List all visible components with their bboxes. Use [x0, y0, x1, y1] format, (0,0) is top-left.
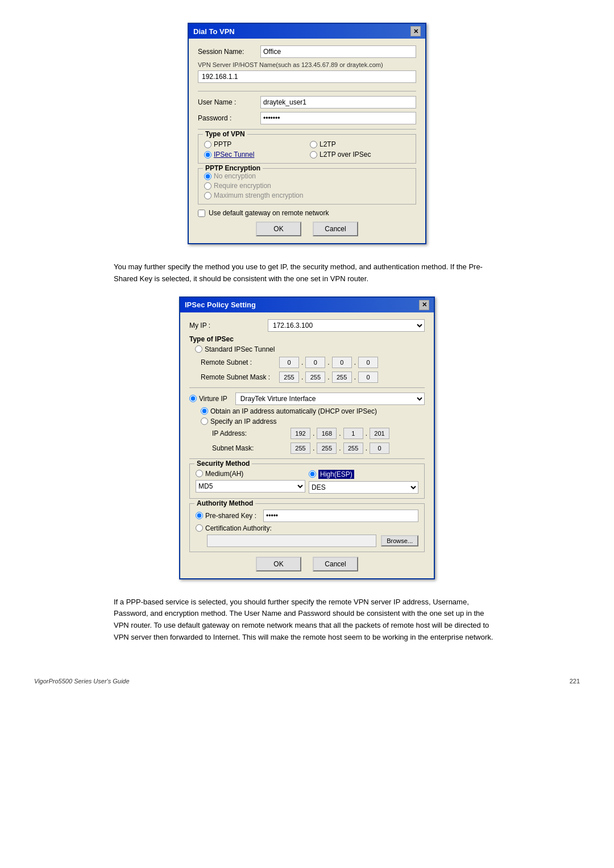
remote-mask-seg4[interactable]	[358, 372, 378, 383]
virture-ip-select[interactable]: DrayTek Virture Interface	[235, 393, 425, 405]
pre-shared-key-radio[interactable]	[196, 512, 203, 519]
subnet-seg3[interactable]	[343, 443, 363, 454]
obtain-auto-radio[interactable]	[201, 407, 208, 415]
password-input[interactable]	[260, 112, 416, 124]
security-method-title: Security Method	[194, 460, 252, 468]
pre-shared-key-option[interactable]: Pre-shared Key :	[196, 510, 418, 522]
standard-ipsec-radio[interactable]	[195, 345, 202, 353]
pptp-encryption-title: PPTP Encryption	[203, 164, 263, 172]
security-method-options: Medium(AH) MD5 High(ESP) DES	[196, 470, 418, 494]
subnet-mask-row: Subnet Mask: . . .	[212, 443, 425, 454]
pre-shared-key-input[interactable]	[263, 510, 418, 522]
pptp-radio[interactable]	[204, 141, 211, 148]
session-name-row: Session Name:	[198, 45, 416, 58]
high-esp-label: High(ESP)	[318, 470, 354, 479]
dial-vpn-ok-button[interactable]: OK	[256, 222, 301, 236]
specify-ip-radio[interactable]	[201, 418, 208, 425]
remote-subnet-mask-label: Remote Subnet Mask :	[201, 373, 275, 381]
cert-auth-browse-row: Browse...	[207, 535, 418, 547]
ip-addr-seg2[interactable]	[317, 428, 337, 439]
standard-ipsec-label: Standard IPSec Tunnel	[205, 345, 275, 353]
default-gateway-checkbox[interactable]	[198, 210, 205, 217]
high-esp-algorithm-select[interactable]: DES	[309, 481, 418, 494]
close-icon[interactable]: ✕	[410, 26, 421, 36]
ipsec-ok-button[interactable]: OK	[256, 557, 301, 571]
ip-addr-seg3[interactable]	[343, 428, 363, 439]
vpn-hint: VPN Server IP/HOST Name(such as 123.45.6…	[198, 61, 416, 68]
remote-subnet-mask-row: Remote Subnet Mask : . . .	[201, 372, 425, 383]
max-encryption-option[interactable]: Maximum strength encryption	[204, 191, 410, 199]
session-name-input[interactable]	[260, 45, 416, 58]
no-encryption-option[interactable]: No encryption	[204, 172, 410, 180]
remote-subnet-inputs: . . .	[279, 357, 378, 368]
footer: VigorPro5500 Series User's Guide 221	[34, 678, 580, 685]
remote-subnet-mask-inputs: . . .	[279, 372, 378, 383]
medium-ah-label: Medium(AH)	[205, 470, 243, 478]
password-row: Password :	[198, 112, 416, 124]
default-gateway-row[interactable]: Use default gateway on remote network	[198, 209, 416, 217]
ipsec-tunnel-radio[interactable]	[204, 151, 211, 158]
dial-vpn-cancel-button[interactable]: Cancel	[313, 222, 358, 236]
medium-ah-option[interactable]: Medium(AH)	[196, 470, 305, 478]
browse-button[interactable]: Browse...	[381, 535, 418, 546]
l2tp-over-ipsec-option[interactable]: L2TP over IPSec	[310, 151, 410, 158]
ip-addr-seg4[interactable]	[370, 428, 389, 439]
specify-ip-label: Specify an IP address	[210, 418, 277, 425]
subnet-mask-inputs: . . .	[291, 443, 389, 454]
pptp-encryption-group: PPTP Encryption No encryption Require en…	[198, 168, 416, 205]
remote-mask-seg1[interactable]	[279, 372, 299, 383]
remote-subnet-seg3[interactable]	[332, 357, 352, 368]
medium-ah-radio[interactable]	[196, 470, 203, 477]
pptp-label: PPTP	[214, 140, 231, 148]
standard-ipsec-option[interactable]: Standard IPSec Tunnel	[195, 345, 425, 353]
obtain-auto-label: Obtain an IP address automatically (DHCP…	[210, 407, 377, 415]
ipsec-cancel-button[interactable]: Cancel	[313, 557, 358, 571]
require-encryption-radio[interactable]	[204, 182, 211, 190]
ip-address-inputs: . . .	[291, 428, 389, 439]
vpn-type-title: Type of VPN	[203, 130, 247, 138]
username-input[interactable]	[260, 96, 416, 108]
ipsec-tunnel-option[interactable]: IPSec Tunnel	[204, 151, 304, 158]
footer-right: 221	[570, 678, 580, 685]
subnet-seg4[interactable]	[370, 443, 389, 454]
pptp-option[interactable]: PPTP	[204, 140, 304, 148]
no-encryption-radio[interactable]	[204, 173, 211, 180]
remote-mask-seg3[interactable]	[332, 372, 352, 383]
high-esp-radio[interactable]	[309, 470, 316, 478]
l2tp-over-ipsec-radio[interactable]	[310, 151, 317, 158]
paragraph-2: If a PPP-based service is selected, you …	[114, 596, 500, 644]
pre-shared-key-label: Pre-shared Key :	[205, 512, 256, 520]
ipsec-policy-content: My IP : 172.16.3.100 Type of IPSec Stand…	[180, 312, 434, 578]
l2tp-label: L2TP	[320, 140, 336, 148]
my-ip-label: My IP :	[189, 322, 263, 329]
medium-ah-algorithm-select[interactable]: MD5	[196, 480, 305, 493]
ip-address-label: IP Address:	[212, 429, 286, 437]
remote-subnet-seg1[interactable]	[279, 357, 299, 368]
subnet-seg1[interactable]	[291, 443, 310, 454]
vpn-server-ip-input[interactable]	[198, 70, 416, 83]
close-icon[interactable]: ✕	[419, 300, 429, 310]
remote-subnet-row: Remote Subnet : . . .	[201, 357, 425, 368]
cert-auth-input[interactable]	[207, 535, 376, 547]
paragraph-1: You may further specify the method you u…	[114, 261, 500, 285]
max-encryption-radio[interactable]	[204, 192, 211, 199]
l2tp-radio[interactable]	[310, 141, 317, 148]
type-of-ipsec-label: Type of IPSec	[189, 335, 425, 343]
high-esp-option[interactable]: High(ESP)	[309, 470, 418, 479]
virture-ip-option[interactable]: Virture IP DrayTek Virture Interface	[189, 393, 425, 405]
subnet-seg2[interactable]	[317, 443, 337, 454]
remote-mask-seg2[interactable]	[305, 372, 325, 383]
remote-subnet-seg4[interactable]	[358, 357, 378, 368]
l2tp-option[interactable]: L2TP	[310, 140, 410, 148]
remote-subnet-seg2[interactable]	[305, 357, 325, 368]
cert-auth-radio[interactable]	[196, 524, 203, 532]
obtain-auto-option[interactable]: Obtain an IP address automatically (DHCP…	[201, 407, 425, 415]
cert-auth-option[interactable]: Certification Authority:	[196, 524, 418, 532]
ip-addr-seg1[interactable]	[291, 428, 310, 439]
dial-to-vpn-titlebar: Dial To VPN ✕	[189, 24, 425, 39]
my-ip-select[interactable]: 172.16.3.100	[268, 319, 425, 332]
my-ip-row: My IP : 172.16.3.100	[189, 319, 425, 332]
require-encryption-option[interactable]: Require encryption	[204, 182, 410, 190]
specify-ip-option[interactable]: Specify an IP address	[201, 418, 425, 425]
virture-ip-radio[interactable]	[189, 395, 197, 402]
